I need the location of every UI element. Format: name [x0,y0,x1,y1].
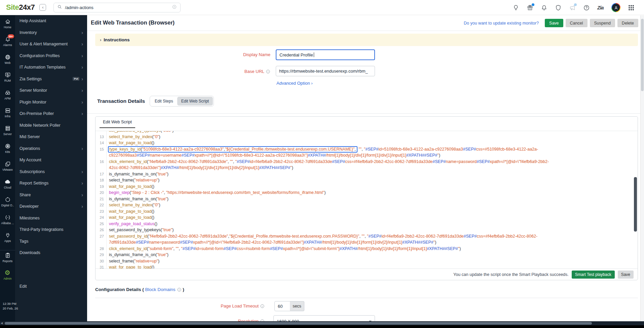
rail-item-server[interactable]: Server [0,125,15,143]
code-line-25[interactable]: 25verify_page_load_status() [96,221,634,227]
code-line-13[interactable]: 13select_frame_by_index("0") [96,134,634,140]
rail-item-rum[interactable]: RUM [0,72,15,90]
code-line-14[interactable]: 14wait_for_page_to_load() [96,140,634,146]
smart-test-playback-button[interactable]: Smart Test playback [572,271,615,279]
cancel-button[interactable]: Cancel [566,19,588,27]
code-line-wrap[interactable]: c92276098aa3#SEP#name=username#SEP#xpath… [96,152,634,159]
sidebar-item-tags[interactable]: Tags [15,236,87,247]
editor-scrollbar-thumb[interactable] [634,177,637,232]
sidebar-item-on-premise-poller[interactable]: On-Premise Poller› [15,108,87,120]
sidebar-item-zia-settings[interactable]: Zia SettingsPvt› [15,73,87,85]
collapse-sidebar-icon[interactable]: ‹ [39,4,46,11]
code-line-wrap[interactable]: set_password_by_typekeys("true") [96,131,634,134]
suspend-button[interactable]: Suspend [590,19,615,27]
code-text: wait_for_page_to_load() [107,183,154,190]
code-line-20[interactable]: 20begin_step("Step - 2 : Click -", "http… [96,190,634,196]
lightbulb-icon[interactable] [513,4,519,11]
page-scrollbar[interactable] [640,15,644,321]
code-line-17[interactable]: 17is_dynamic_frame_is_on("true") [96,171,634,177]
code-line-18[interactable]: 18select_frame("relative=up") [96,177,634,183]
horizontal-scrollbar-thumb[interactable] [5,322,592,325]
sidebar-item-help-assistant[interactable]: Help Assistant [15,15,87,27]
code-line-16[interactable]: 16click_element_by_id("f4efb6a9-2bb2-42c… [96,159,634,165]
apps-grid-icon[interactable] [628,4,635,11]
sidebar-item-server-monitor[interactable]: Server Monitor› [15,85,87,96]
sidebar-item-edit[interactable]: Edit [15,281,87,292]
sidebar-item-third-party-integrations[interactable]: Third-Party Integrations [15,224,87,236]
advanced-option-link[interactable]: Advanced Option › [276,81,313,86]
code-line-21[interactable]: 21is_dynamic_frame_is_on("true") [96,196,634,202]
scroll-left-arrow-icon[interactable]: ◀ [1,322,3,325]
rail-item-k8s[interactable]: K8s [0,143,15,161]
rail-item-cloud[interactable]: Cloud [0,179,15,197]
sidebar-item-mobile-network-poller[interactable]: Mobile Network Poller [15,120,87,131]
rail-item-vmware[interactable]: VMware [0,161,15,179]
avatar[interactable] [611,3,620,12]
info-icon[interactable] [260,302,265,307]
tab-edit-web-script[interactable]: Edit Web Script [100,120,135,128]
sidebar-item-report-settings[interactable]: Report Settings› [15,177,87,189]
rail-item-infra[interactable]: Infra [0,108,15,125]
megaphone-icon[interactable] [569,4,576,11]
notifications-bell-icon[interactable] [541,4,547,11]
script-save-button[interactable]: Save [618,271,634,279]
gift-icon[interactable] [527,4,533,11]
base-url-input[interactable]: https://rbmwebsite-test.enduserexp.com/r… [276,66,375,76]
block-domains-link[interactable]: Block Domains [145,287,176,292]
code-line-28[interactable]: 28click_element_by_id("submit-form", "",… [96,246,634,252]
update-existing-monitor-link[interactable]: Do you want to update existing monitor? [464,21,539,26]
sidebar-item-user-alert-management[interactable]: User & Alert Management› [15,38,87,50]
sidebar-item-share[interactable]: Share› [15,189,87,201]
sidebar-item-downloads[interactable]: Downloads [15,247,87,259]
global-search[interactable]: /admin-actions [53,3,181,12]
info-icon[interactable] [177,287,182,292]
instructions-banner[interactable]: › Instructions [95,34,638,46]
code-line-27[interactable]: 27set_password_by_id("f4efb6a9-2bb2-42cc… [96,233,634,240]
sidebar-item-developer[interactable]: Developer› [15,201,87,212]
zia-icon[interactable]: Zia [597,4,604,11]
page-load-timeout-input[interactable]: 60 [274,301,290,311]
delete-button[interactable]: Delete [617,19,638,27]
code-line-15[interactable]: 15type_keys_by_id("51098fcb-68e3-4122-aa… [96,146,634,153]
script-code-editor[interactable]: set_password_by_typekeys("true")13select… [96,131,634,269]
rail-item-alarms[interactable]: 99+Alarms [0,36,15,54]
code-line-19[interactable]: 19wait_for_page_to_load() [96,183,634,190]
rail-item-apps[interactable]: Apps [0,232,15,250]
code-line-wrap[interactable]: 7df691da33de#SEP#name=password#SEP#xpath… [96,239,634,246]
rail-item-digital-o[interactable]: Digital O.. [0,197,15,214]
rail-item-alibaba[interactable]: Alibaba ... [0,214,15,232]
code-line-31[interactable]: 31wait_for_page_to_load() [96,264,634,269]
help-icon[interactable] [583,4,590,11]
code-line-30[interactable]: 30select_frame("relative=up") [96,258,634,264]
code-line-24[interactable]: 24wait_for_page_to_load() [96,214,634,221]
rail-item-apm[interactable]: APM [0,90,15,108]
horizontal-scrollbar[interactable]: ◀ [0,321,644,325]
clear-icon[interactable] [172,4,177,11]
sidebar-item-milestones[interactable]: Milestones [15,212,87,224]
sidebar-item-operations[interactable]: Operations› [15,143,87,155]
shield-icon[interactable] [555,4,562,11]
code-line-23[interactable]: 23wait_for_page_to_load() [96,208,634,215]
sidebar-item-it-automation-templates[interactable]: IT Automation Templates› [15,62,87,73]
sidebar-item-subscriptions[interactable]: Subscriptions› [15,166,87,178]
rail-item-admin[interactable]: ⚙Admin [0,270,15,288]
sidebar-item-my-account[interactable]: My Account [15,154,87,166]
sidebar-item-configuration-profiles[interactable]: Configuration Profiles› [15,50,87,62]
save-button[interactable]: Save [545,19,563,27]
info-icon[interactable] [266,69,270,74]
code-line-26[interactable]: 26set_password_by_typekeys("true") [96,227,634,233]
tab-edit-web-script[interactable]: Edit Web Script [177,97,213,106]
search-input[interactable]: /admin-actions [65,5,172,10]
display-name-input[interactable]: Credential Profile [276,49,375,60]
rail-item-home[interactable]: Home [0,18,15,36]
code-line-22[interactable]: 22select_frame_by_index("0") [96,202,634,208]
page-scrollbar-thumb[interactable] [641,19,644,91]
sidebar-item-inventory[interactable]: Inventory› [15,27,87,39]
code-line-29[interactable]: 29is_dynamic_frame_is_on("true") [96,252,634,258]
sidebar-item-mid-server[interactable]: Mid Server [15,131,87,143]
tab-edit-steps[interactable]: Edit Steps [151,97,177,106]
sidebar-item-plugin-monitor[interactable]: Plugin Monitor› [15,96,87,108]
code-line-wrap[interactable]: 42cc-8062-7df691da33de\"]#XPATH#/html[1]… [96,165,634,171]
rail-item-web[interactable]: Web [0,54,15,72]
rail-item-reports[interactable]: Reports [0,250,15,270]
